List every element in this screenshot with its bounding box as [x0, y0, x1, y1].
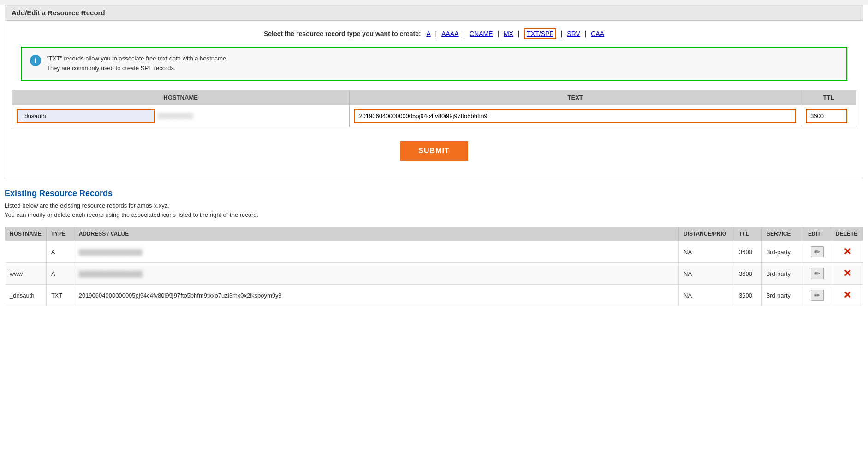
domain-suffix: ▒▒▒▒▒▒▒▒▒ — [158, 113, 193, 119]
form-hostname-cell: ▒▒▒▒▒▒▒▒▒ — [12, 105, 350, 127]
table-row: _dnsauth TXT 20190604000000005pj94c4fv80… — [5, 285, 863, 306]
form-ttl-cell — [801, 105, 856, 127]
info-icon: i — [30, 55, 41, 66]
row3-service: 3rd-party — [762, 285, 803, 306]
table-row: A ▒▒▒▒▒▒▒▒▒▒▒▒▒▒▒ NA 3600 3rd-party — [5, 241, 863, 263]
records-table: HOSTNAME TYPE ADDRESS / VALUE DISTANCE/P… — [5, 227, 863, 306]
col-header-delete: DELETE — [831, 227, 863, 241]
row1-ttl: 3600 — [734, 241, 762, 263]
col-header-hostname: HOSTNAME — [5, 227, 47, 241]
row2-edit-cell: ✏ — [803, 263, 831, 285]
row1-address-blurred: ▒▒▒▒▒▒▒▒▒▒▒▒▒▒▒ — [79, 249, 143, 256]
submit-button[interactable]: SUBMIT — [400, 141, 468, 161]
record-type-srv[interactable]: SRV — [567, 30, 580, 37]
hostname-input-wrapper: ▒▒▒▒▒▒▒▒▒ — [17, 109, 345, 123]
col-header-service: SERVICE — [762, 227, 803, 241]
record-type-label: Select the resource record type you want… — [264, 30, 421, 37]
row3-delete-button[interactable]: ✕ — [843, 289, 851, 301]
col-header-type: TYPE — [46, 227, 74, 241]
row3-hostname: _dnsauth — [5, 285, 47, 306]
record-type-row: Select the resource record type you want… — [12, 30, 856, 37]
row3-delete-cell: ✕ — [831, 285, 863, 306]
col-header-distance: DISTANCE/PRIO — [679, 227, 734, 241]
sep2: | — [463, 30, 467, 37]
row1-type: A — [46, 241, 74, 263]
existing-title: Existing Resource Records — [5, 189, 863, 198]
existing-desc: Listed below are the existing resource r… — [5, 201, 863, 221]
record-type-mx[interactable]: MX — [504, 30, 513, 37]
col-header-ttl: TTL — [734, 227, 762, 241]
row2-address-blurred: ▒▒▒▒▒▒▒▒▒▒▒▒▒▒▒ — [79, 270, 143, 277]
info-box: i "TXT" records allow you to associate f… — [21, 47, 847, 81]
record-type-caa[interactable]: CAA — [591, 30, 604, 37]
hostname-input[interactable] — [17, 109, 155, 123]
col-header-edit: EDIT — [803, 227, 831, 241]
row3-edit-button[interactable]: ✏ — [811, 290, 824, 301]
submit-row: SUBMIT — [12, 137, 856, 170]
row1-delete-button[interactable]: ✕ — [843, 246, 851, 257]
info-line2: They are commonly used to create SPF rec… — [47, 65, 176, 72]
existing-section: Existing Resource Records Listed below a… — [5, 189, 863, 307]
row3-ttl: 3600 — [734, 285, 762, 306]
page-container: Add/Edit a Resource Record Select the re… — [0, 5, 868, 465]
col-header-address: ADDRESS / VALUE — [74, 227, 678, 241]
row3-type: TXT — [46, 285, 74, 306]
form-col-hostname: HOSTNAME — [12, 90, 350, 105]
row3-edit-cell: ✏ — [803, 285, 831, 306]
text-input[interactable] — [354, 109, 796, 123]
sep1: | — [435, 30, 439, 37]
row1-service: 3rd-party — [762, 241, 803, 263]
row2-service: 3rd-party — [762, 263, 803, 285]
row2-distance: NA — [679, 263, 734, 285]
existing-desc2: You can modify or delete each record usi… — [5, 211, 258, 218]
record-type-txtspf[interactable]: TXT/SPF — [524, 28, 556, 39]
record-type-cname[interactable]: CNAME — [470, 30, 493, 37]
row1-distance: NA — [679, 241, 734, 263]
form-col-text: TEXT — [350, 90, 801, 105]
row2-delete-button[interactable]: ✕ — [843, 268, 851, 279]
existing-desc1: Listed below are the existing resource r… — [5, 202, 169, 209]
row2-type: A — [46, 263, 74, 285]
section-title: Add/Edit a Resource Record — [5, 5, 863, 21]
info-text: "TXT" records allow you to associate fre… — [47, 54, 228, 73]
row1-address: ▒▒▒▒▒▒▒▒▒▒▒▒▒▒▒ — [74, 241, 678, 263]
row2-hostname: www — [5, 263, 47, 285]
table-row: www A ▒▒▒▒▒▒▒▒▒▒▒▒▒▒▒ NA 3600 — [5, 263, 863, 285]
row1-hostname — [5, 241, 47, 263]
form-table: HOSTNAME TEXT TTL — [12, 90, 856, 127]
row3-distance: NA — [679, 285, 734, 306]
form-col-ttl: TTL — [801, 90, 856, 105]
row1-edit-cell: ✏ — [803, 241, 831, 263]
ttl-input[interactable] — [806, 109, 847, 123]
add-edit-title-text: Add/Edit a Resource Record — [12, 9, 105, 17]
row1-delete-cell: ✕ — [831, 241, 863, 263]
row2-delete-cell: ✕ — [831, 263, 863, 285]
info-line1: "TXT" records allow you to associate fre… — [47, 55, 228, 62]
section-body: Select the resource record type you want… — [5, 21, 863, 179]
add-edit-section: Add/Edit a Resource Record Select the re… — [5, 5, 863, 179]
sep6: | — [585, 30, 589, 37]
record-type-aaaa[interactable]: AAAA — [441, 30, 458, 37]
sep5: | — [561, 30, 565, 37]
sep3: | — [497, 30, 501, 37]
row2-ttl: 3600 — [734, 263, 762, 285]
record-type-a[interactable]: A — [426, 30, 430, 37]
row1-edit-button[interactable]: ✏ — [811, 246, 824, 257]
form-text-cell — [350, 105, 801, 127]
row2-address: ▒▒▒▒▒▒▒▒▒▒▒▒▒▒▒ — [74, 263, 678, 285]
sep4: | — [518, 30, 522, 37]
row2-edit-button[interactable]: ✏ — [811, 268, 824, 279]
row3-address: 20190604000000005pj94c4fv80i99j97fto5bhf… — [74, 285, 678, 306]
